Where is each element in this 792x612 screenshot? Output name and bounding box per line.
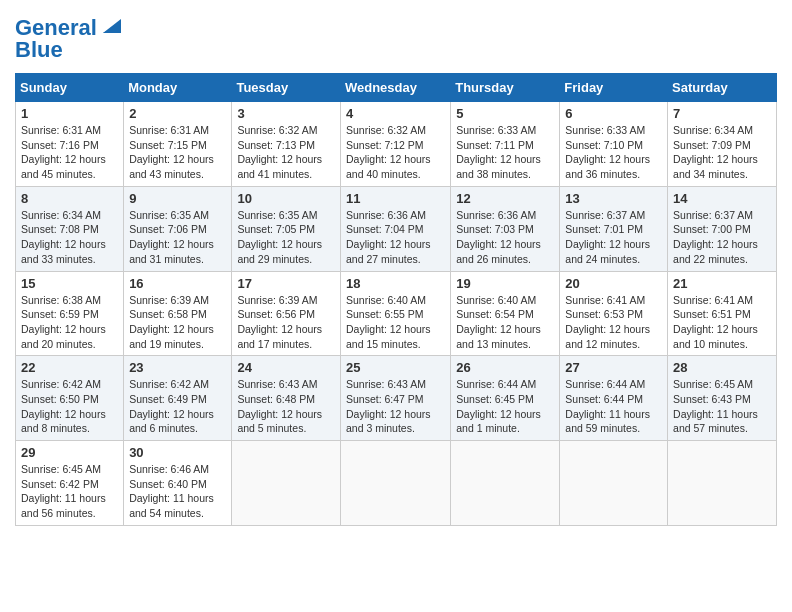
day-number: 29: [21, 445, 118, 460]
calendar-cell: 4Sunrise: 6:32 AM Sunset: 7:12 PM Daylig…: [340, 102, 450, 187]
svg-marker-2: [103, 19, 121, 33]
calendar-header-row: SundayMondayTuesdayWednesdayThursdayFrid…: [16, 74, 777, 102]
day-number: 27: [565, 360, 662, 375]
day-number: 7: [673, 106, 771, 121]
day-info: Sunrise: 6:45 AM Sunset: 6:43 PM Dayligh…: [673, 377, 771, 436]
day-number: 4: [346, 106, 445, 121]
day-number: 15: [21, 276, 118, 291]
calendar-week-row: 8Sunrise: 6:34 AM Sunset: 7:08 PM Daylig…: [16, 186, 777, 271]
day-info: Sunrise: 6:43 AM Sunset: 6:47 PM Dayligh…: [346, 377, 445, 436]
calendar-cell: 9Sunrise: 6:35 AM Sunset: 7:06 PM Daylig…: [124, 186, 232, 271]
day-info: Sunrise: 6:32 AM Sunset: 7:13 PM Dayligh…: [237, 123, 335, 182]
day-number: 24: [237, 360, 335, 375]
day-info: Sunrise: 6:31 AM Sunset: 7:16 PM Dayligh…: [21, 123, 118, 182]
day-info: Sunrise: 6:35 AM Sunset: 7:06 PM Dayligh…: [129, 208, 226, 267]
calendar-cell: 1Sunrise: 6:31 AM Sunset: 7:16 PM Daylig…: [16, 102, 124, 187]
calendar-cell: 20Sunrise: 6:41 AM Sunset: 6:53 PM Dayli…: [560, 271, 668, 356]
calendar-cell: 12Sunrise: 6:36 AM Sunset: 7:03 PM Dayli…: [451, 186, 560, 271]
day-number: 30: [129, 445, 226, 460]
day-number: 21: [673, 276, 771, 291]
day-number: 14: [673, 191, 771, 206]
calendar-cell: 18Sunrise: 6:40 AM Sunset: 6:55 PM Dayli…: [340, 271, 450, 356]
day-info: Sunrise: 6:31 AM Sunset: 7:15 PM Dayligh…: [129, 123, 226, 182]
calendar-week-row: 29Sunrise: 6:45 AM Sunset: 6:42 PM Dayli…: [16, 441, 777, 526]
logo-arrow-icon: [99, 15, 121, 37]
day-number: 28: [673, 360, 771, 375]
day-info: Sunrise: 6:42 AM Sunset: 6:50 PM Dayligh…: [21, 377, 118, 436]
day-info: Sunrise: 6:44 AM Sunset: 6:45 PM Dayligh…: [456, 377, 554, 436]
day-number: 6: [565, 106, 662, 121]
calendar-cell: 7Sunrise: 6:34 AM Sunset: 7:09 PM Daylig…: [668, 102, 777, 187]
logo-blue-text: Blue: [15, 37, 63, 63]
weekday-header: Saturday: [668, 74, 777, 102]
logo: General Blue: [15, 15, 121, 63]
day-info: Sunrise: 6:41 AM Sunset: 6:53 PM Dayligh…: [565, 293, 662, 352]
calendar-cell: [340, 441, 450, 526]
calendar-cell: 19Sunrise: 6:40 AM Sunset: 6:54 PM Dayli…: [451, 271, 560, 356]
day-number: 3: [237, 106, 335, 121]
weekday-header: Friday: [560, 74, 668, 102]
calendar-cell: 17Sunrise: 6:39 AM Sunset: 6:56 PM Dayli…: [232, 271, 341, 356]
calendar-cell: 5Sunrise: 6:33 AM Sunset: 7:11 PM Daylig…: [451, 102, 560, 187]
day-number: 20: [565, 276, 662, 291]
calendar-cell: 2Sunrise: 6:31 AM Sunset: 7:15 PM Daylig…: [124, 102, 232, 187]
day-info: Sunrise: 6:37 AM Sunset: 7:00 PM Dayligh…: [673, 208, 771, 267]
day-number: 1: [21, 106, 118, 121]
calendar-cell: 11Sunrise: 6:36 AM Sunset: 7:04 PM Dayli…: [340, 186, 450, 271]
calendar-cell: 6Sunrise: 6:33 AM Sunset: 7:10 PM Daylig…: [560, 102, 668, 187]
calendar-cell: 3Sunrise: 6:32 AM Sunset: 7:13 PM Daylig…: [232, 102, 341, 187]
day-info: Sunrise: 6:40 AM Sunset: 6:54 PM Dayligh…: [456, 293, 554, 352]
day-info: Sunrise: 6:33 AM Sunset: 7:11 PM Dayligh…: [456, 123, 554, 182]
day-number: 23: [129, 360, 226, 375]
calendar-cell: 26Sunrise: 6:44 AM Sunset: 6:45 PM Dayli…: [451, 356, 560, 441]
weekday-header: Tuesday: [232, 74, 341, 102]
calendar-week-row: 15Sunrise: 6:38 AM Sunset: 6:59 PM Dayli…: [16, 271, 777, 356]
calendar-cell: 29Sunrise: 6:45 AM Sunset: 6:42 PM Dayli…: [16, 441, 124, 526]
calendar-cell: 24Sunrise: 6:43 AM Sunset: 6:48 PM Dayli…: [232, 356, 341, 441]
day-number: 17: [237, 276, 335, 291]
day-info: Sunrise: 6:34 AM Sunset: 7:08 PM Dayligh…: [21, 208, 118, 267]
day-info: Sunrise: 6:36 AM Sunset: 7:03 PM Dayligh…: [456, 208, 554, 267]
day-info: Sunrise: 6:42 AM Sunset: 6:49 PM Dayligh…: [129, 377, 226, 436]
day-number: 9: [129, 191, 226, 206]
calendar-cell: 30Sunrise: 6:46 AM Sunset: 6:40 PM Dayli…: [124, 441, 232, 526]
day-info: Sunrise: 6:41 AM Sunset: 6:51 PM Dayligh…: [673, 293, 771, 352]
calendar-week-row: 22Sunrise: 6:42 AM Sunset: 6:50 PM Dayli…: [16, 356, 777, 441]
calendar-cell: [232, 441, 341, 526]
day-number: 8: [21, 191, 118, 206]
calendar-cell: 25Sunrise: 6:43 AM Sunset: 6:47 PM Dayli…: [340, 356, 450, 441]
day-info: Sunrise: 6:44 AM Sunset: 6:44 PM Dayligh…: [565, 377, 662, 436]
day-number: 10: [237, 191, 335, 206]
day-number: 19: [456, 276, 554, 291]
calendar-cell: 8Sunrise: 6:34 AM Sunset: 7:08 PM Daylig…: [16, 186, 124, 271]
page-header: General Blue: [15, 15, 777, 63]
day-info: Sunrise: 6:43 AM Sunset: 6:48 PM Dayligh…: [237, 377, 335, 436]
weekday-header: Thursday: [451, 74, 560, 102]
day-number: 26: [456, 360, 554, 375]
day-info: Sunrise: 6:40 AM Sunset: 6:55 PM Dayligh…: [346, 293, 445, 352]
day-info: Sunrise: 6:36 AM Sunset: 7:04 PM Dayligh…: [346, 208, 445, 267]
calendar-cell: 14Sunrise: 6:37 AM Sunset: 7:00 PM Dayli…: [668, 186, 777, 271]
calendar-cell: 13Sunrise: 6:37 AM Sunset: 7:01 PM Dayli…: [560, 186, 668, 271]
day-number: 12: [456, 191, 554, 206]
calendar-table: SundayMondayTuesdayWednesdayThursdayFrid…: [15, 73, 777, 526]
weekday-header: Wednesday: [340, 74, 450, 102]
day-info: Sunrise: 6:33 AM Sunset: 7:10 PM Dayligh…: [565, 123, 662, 182]
calendar-cell: 27Sunrise: 6:44 AM Sunset: 6:44 PM Dayli…: [560, 356, 668, 441]
day-info: Sunrise: 6:32 AM Sunset: 7:12 PM Dayligh…: [346, 123, 445, 182]
day-info: Sunrise: 6:34 AM Sunset: 7:09 PM Dayligh…: [673, 123, 771, 182]
calendar-cell: 28Sunrise: 6:45 AM Sunset: 6:43 PM Dayli…: [668, 356, 777, 441]
weekday-header: Monday: [124, 74, 232, 102]
day-info: Sunrise: 6:39 AM Sunset: 6:58 PM Dayligh…: [129, 293, 226, 352]
day-number: 18: [346, 276, 445, 291]
calendar-cell: [451, 441, 560, 526]
calendar-cell: 21Sunrise: 6:41 AM Sunset: 6:51 PM Dayli…: [668, 271, 777, 356]
day-number: 16: [129, 276, 226, 291]
day-info: Sunrise: 6:38 AM Sunset: 6:59 PM Dayligh…: [21, 293, 118, 352]
day-info: Sunrise: 6:46 AM Sunset: 6:40 PM Dayligh…: [129, 462, 226, 521]
day-number: 22: [21, 360, 118, 375]
day-number: 5: [456, 106, 554, 121]
calendar-week-row: 1Sunrise: 6:31 AM Sunset: 7:16 PM Daylig…: [16, 102, 777, 187]
day-info: Sunrise: 6:45 AM Sunset: 6:42 PM Dayligh…: [21, 462, 118, 521]
calendar-cell: 10Sunrise: 6:35 AM Sunset: 7:05 PM Dayli…: [232, 186, 341, 271]
